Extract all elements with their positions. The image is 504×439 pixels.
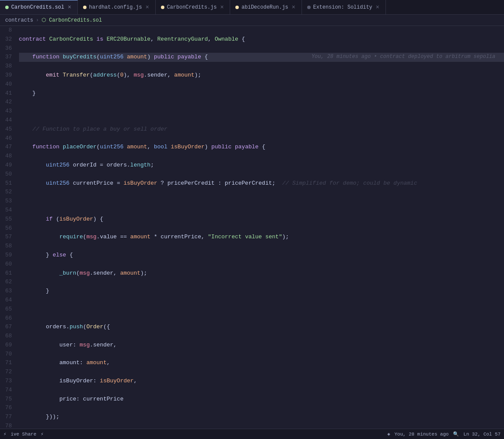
tab-dot (307, 6, 311, 9)
code-line-53: isBuyOrder: isBuyOrder, (19, 377, 504, 386)
git-info: You, 28 minutes ago • contract deployed … (311, 53, 495, 61)
git-status-label: You, 28 minutes ago (395, 432, 449, 437)
breadcrumb-separator: › (36, 17, 39, 23)
code-line-50: orders.push(Order({ (19, 323, 504, 332)
code-line-52: amount: amount, (19, 359, 504, 368)
status-right: ◈ You, 28 minutes ago 🔍 Ln 32, Col 57 (387, 431, 501, 437)
tab-dot (235, 6, 239, 9)
code-line-47: _burn(msg.sender, amount); (19, 269, 504, 278)
live-share-label[interactable]: ive Share (11, 432, 36, 437)
code-line-39: // Function to place a buy or sell order (19, 125, 504, 134)
tab-label: CarbonCredits.js (167, 4, 217, 10)
status-left: ⚡ ive Share ⚡ (3, 431, 44, 437)
breadcrumb-contracts: contracts (5, 17, 33, 23)
tab-dot (83, 6, 87, 9)
position-label: Ln 32, Col 57 (463, 432, 501, 437)
code-line-49 (19, 305, 504, 314)
code-line-38 (19, 107, 504, 116)
tab-label: hardhat.config.js (89, 4, 142, 10)
lightning-icon: ⚡ (41, 431, 44, 437)
tab-close-button[interactable]: × (375, 4, 380, 11)
tab-close-button[interactable]: × (219, 4, 225, 11)
tab-bar: CarbonCredits.sol × hardhat.config.js × … (0, 0, 504, 15)
tab-extension-solidity[interactable]: Extension: Solidity × (302, 0, 386, 14)
code-line-51: user: msg.sender, (19, 341, 504, 350)
breadcrumb: contracts › ⬡ CarbonCredits.sol (0, 15, 504, 26)
live-share-icon: ⚡ (3, 431, 6, 437)
code-container[interactable]: 8 32 36 37 38 39 40 41 42 43 44 45 46 47… (0, 26, 504, 429)
code-line-55: })); (19, 413, 504, 422)
line-numbers: 8 32 36 37 38 39 40 41 42 43 44 45 46 47… (0, 26, 16, 429)
code-line-46: } else { (19, 251, 504, 260)
code-line-36: emit Transfer(address(0), msg.sender, am… (19, 71, 504, 80)
tab-dot (5, 6, 9, 9)
tab-dot (161, 6, 164, 9)
code-line-32: function buyCredits(uint256 amount) publ… (19, 53, 504, 62)
code-line-43 (19, 197, 504, 206)
code-line-8: contract CarbonCredits is ERC20Burnable,… (19, 35, 504, 44)
code-line-44: if (isBuyOrder) { (19, 215, 504, 224)
tab-close-button[interactable]: × (291, 4, 296, 11)
code-line-40: function placeOrder(uint256 amount, bool… (19, 143, 504, 152)
editor: 8 32 36 37 38 39 40 41 42 43 44 45 46 47… (0, 26, 504, 429)
tab-hardhat-config[interactable]: hardhat.config.js × (78, 0, 156, 14)
coin-icon: ◈ (387, 431, 390, 437)
breadcrumb-file: ⬡ CarbonCredits.sol (42, 17, 102, 23)
code-line-48: } (19, 287, 504, 296)
tab-abi-decode[interactable]: abiDecodeRun.js × (230, 0, 302, 14)
tab-label: CarbonCredits.sol (11, 4, 64, 10)
code-line-45: require(msg.value == amount * currentPri… (19, 233, 504, 242)
code-line-41: uint256 orderId = orders.length; (19, 161, 504, 170)
tab-close-button[interactable]: × (67, 4, 72, 11)
code-line-42: uint256 currentPrice = isBuyOrder ? pric… (19, 179, 504, 188)
tab-carbonCredits-sol[interactable]: CarbonCredits.sol × (0, 0, 78, 14)
search-icon[interactable]: 🔍 (453, 431, 459, 437)
status-bar: ⚡ ive Share ⚡ ◈ You, 28 minutes ago 🔍 Ln… (0, 429, 504, 439)
tab-label: abiDecodeRun.js (241, 4, 288, 10)
tab-close-button[interactable]: × (144, 4, 150, 11)
tab-label: Extension: Solidity (313, 4, 372, 10)
code-content[interactable]: contract CarbonCredits is ERC20Burnable,… (16, 26, 504, 429)
code-line-37: } (19, 89, 504, 98)
tab-carbonCredits-js[interactable]: CarbonCredits.js × (156, 0, 231, 14)
code-line-54: price: currentPrice (19, 395, 504, 404)
